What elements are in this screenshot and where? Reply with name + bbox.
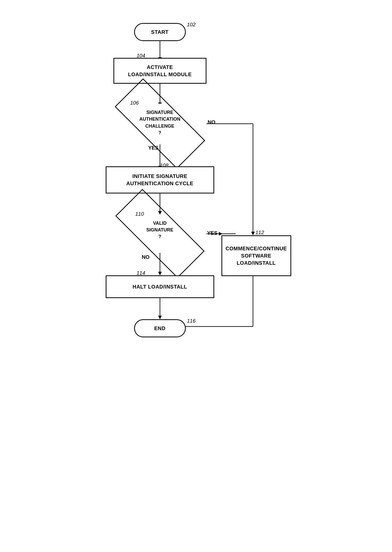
halt-node: HALT LOAD/INSTALL: [106, 275, 214, 298]
end-node: END: [134, 319, 186, 337]
activate-node: ACTIVATE LOAD/INSTALL MODULE: [113, 58, 206, 84]
start-node: START: [134, 23, 186, 41]
sig-challenge-diamond: SIGNATURE AUTHENTICATION CHALLENGE ?: [113, 103, 206, 144]
ref-114: 114: [137, 270, 145, 276]
no-challenge-label: NO: [208, 119, 216, 125]
ref-102: 102: [187, 22, 196, 28]
initiate-node: INITIATE SIGNATURE AUTHENTICATION CYCLE: [106, 166, 214, 193]
ref-112: 112: [256, 230, 264, 236]
ref-108: 108: [160, 162, 168, 168]
yes-valid-label: YES: [207, 230, 218, 236]
ref-116: 116: [187, 318, 196, 324]
ref-104: 104: [137, 53, 145, 59]
svg-marker-9: [158, 272, 162, 275]
svg-marker-16: [219, 232, 222, 236]
valid-sig-diamond: VALID SIGNATURE ?: [113, 214, 206, 253]
svg-marker-14: [251, 232, 255, 235]
commence-node: COMMENCE/CONTINUE SOFTWARE LOAD/INSTALL: [221, 235, 291, 276]
yes-challenge-label: YES: [148, 145, 159, 151]
svg-marker-11: [158, 316, 162, 319]
flowchart-diagram: START 102 ACTIVATE LOAD/INSTALL MODULE 1…: [80, 18, 312, 534]
no-valid-label: NO: [142, 254, 150, 260]
